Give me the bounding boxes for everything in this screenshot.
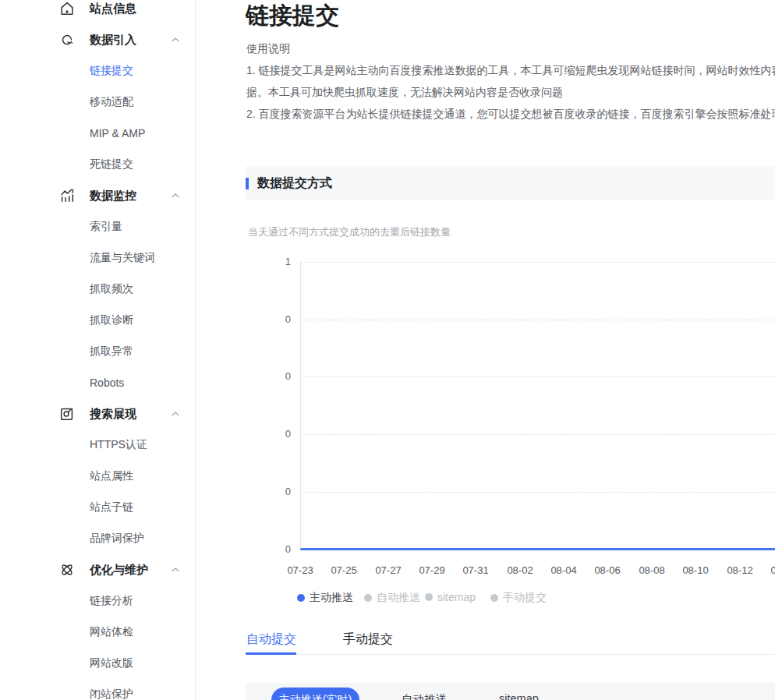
y-axis-line: [300, 262, 301, 550]
sidebar-item-index-volume[interactable]: 索引量: [0, 211, 195, 242]
chevron-up-icon[interactable]: [169, 34, 182, 46]
y-tick-label: 1: [267, 256, 291, 267]
x-tick-label: 07-31: [458, 564, 493, 576]
tab-auto-submit[interactable]: 自动提交: [246, 631, 296, 648]
y-tick-label: 0: [267, 370, 291, 382]
submit-type-panel: 主动推送(实时) 自动推送 sitemap: [246, 683, 775, 700]
sidebar-section-search-display[interactable]: 搜索展现: [0, 398, 195, 430]
sidebar-item-robots[interactable]: Robots: [0, 367, 195, 398]
search-display-icon: [58, 405, 76, 422]
section-accent-bar: [246, 178, 249, 189]
sidebar-item-link-submit[interactable]: 链接提交: [0, 55, 195, 87]
chevron-up-icon[interactable]: [169, 564, 182, 576]
sidebar-item-traffic-keywords[interactable]: 流量与关键词: [0, 242, 195, 274]
gridline: [300, 492, 775, 493]
data-import-icon: [58, 31, 76, 48]
sidebar-section-label: 搜索展现: [90, 407, 136, 422]
x-tick-label: 08-08: [635, 564, 669, 576]
sidebar-section-label: 站点信息: [90, 2, 136, 16]
chart-series-line-active-push: [300, 548, 775, 550]
usage-line-1: 1. 链接提交工具是网站主动向百度搜索推送数据的工具，本工具可缩短爬虫发现网站链…: [246, 64, 775, 78]
atom-icon: [58, 561, 76, 578]
x-tick-label: 07-25: [327, 564, 361, 576]
sidebar: 站点信息 数据引入 链接提交 移动适配 MIP & AMP 死链提交: [0, 0, 196, 700]
x-tick-label: 08-02: [503, 564, 537, 576]
active-push-realtime-button[interactable]: 主动推送(实时): [271, 688, 359, 700]
usage-heading: 使用说明: [246, 42, 290, 56]
gridline: [300, 377, 775, 377]
y-tick-label: 0: [267, 543, 291, 555]
gridline: [300, 320, 775, 320]
x-tick-label: 07-23: [283, 564, 317, 576]
x-tick-label: 07-29: [415, 564, 449, 576]
sidebar-item-site-sublink[interactable]: 站点子链: [0, 492, 195, 523]
legend-item-auto-push[interactable]: 自动推送: [364, 591, 420, 605]
sidebar-section-label: 数据引入: [90, 33, 136, 48]
sidebar-item-crawl-frequency[interactable]: 抓取频次: [0, 274, 195, 305]
usage-line-2: 据。本工具可加快爬虫抓取速度，无法解决网站内容是否收录问题: [246, 86, 563, 100]
gridline: [300, 434, 775, 435]
chart-subtitle: 当天通过不同方式提交成功的去重后链接数量: [248, 225, 451, 239]
sidebar-list: 站点信息 数据引入 链接提交 移动适配 MIP & AMP 死链提交: [0, 0, 195, 700]
sidebar-item-crawl-diagnosis[interactable]: 抓取诊断: [0, 305, 195, 336]
page-title: 链接提交: [246, 0, 339, 32]
sidebar-item-https-cert[interactable]: HTTPS认证: [0, 430, 195, 461]
legend-item-sitemap[interactable]: sitemap: [425, 591, 476, 603]
usage-line-3: 2. 百度搜索资源平台为站长提供链接提交通道，您可以提交想被百度收录的链接，百度…: [246, 108, 775, 122]
y-tick-label: 0: [267, 486, 291, 497]
tabs-divider: [246, 654, 775, 655]
tab-manual-submit[interactable]: 手动提交: [343, 631, 393, 648]
sitemap-option[interactable]: sitemap: [499, 692, 539, 700]
legend-dot: [297, 594, 305, 602]
section-title: 数据提交方式: [257, 175, 332, 192]
x-tick-label: 08-12: [723, 564, 757, 576]
chevron-up-icon[interactable]: [169, 189, 182, 202]
sidebar-item-link-analysis[interactable]: 链接分析: [0, 585, 195, 617]
sidebar-item-dead-link-submit[interactable]: 死链提交: [0, 149, 195, 180]
monitor-chart-icon: [58, 187, 76, 204]
sidebar-item-crawl-exception[interactable]: 抓取异常: [0, 336, 195, 367]
sidebar-item-site-closure[interactable]: 闭站保护: [0, 679, 195, 700]
x-tick-label: 08-04: [547, 564, 581, 576]
sidebar-item-brand-protect[interactable]: 品牌词保护: [0, 523, 195, 554]
sidebar-section-optimize-maintain[interactable]: 优化与维护: [0, 554, 195, 585]
gridline: [300, 262, 775, 263]
legend-item-active-push[interactable]: 主动推送: [297, 591, 353, 605]
chevron-up-icon[interactable]: [169, 408, 182, 420]
sidebar-section-site-info[interactable]: 站点信息: [0, 0, 195, 24]
active-tab-underline: [246, 652, 296, 655]
auto-push-option[interactable]: 自动推送: [402, 692, 447, 700]
sidebar-section-label: 数据监控: [90, 189, 136, 203]
x-tick-label: 08-14: [766, 564, 775, 576]
main-content: 链接提交 使用说明 1. 链接提交工具是网站主动向百度搜索推送数据的工具，本工具…: [246, 0, 775, 700]
sidebar-item-site-revision[interactable]: 网站改版: [0, 648, 195, 679]
section-header-band: 数据提交方式: [246, 166, 775, 200]
sidebar-section-data-monitor[interactable]: 数据监控: [0, 180, 195, 211]
x-tick-label: 08-10: [678, 564, 713, 576]
legend-item-manual-submit[interactable]: 手动提交: [490, 591, 547, 605]
x-tick-label: 08-06: [590, 564, 625, 576]
sidebar-section-data-import[interactable]: 数据引入: [0, 24, 195, 55]
sidebar-item-mobile-adapt[interactable]: 移动适配: [0, 87, 195, 118]
y-tick-label: 0: [267, 428, 291, 440]
legend-dot: [364, 594, 372, 602]
sidebar-section-label: 优化与维护: [90, 563, 148, 578]
legend-dot: [425, 593, 433, 601]
y-tick-label: 0: [267, 313, 291, 325]
legend-dot: [490, 594, 498, 602]
home-icon: [58, 0, 76, 17]
x-tick-label: 07-27: [371, 564, 405, 576]
sidebar-item-site-checkup[interactable]: 网站体检: [0, 617, 195, 648]
sidebar-item-site-property[interactable]: 站点属性: [0, 461, 195, 492]
sidebar-item-mip-amp[interactable]: MIP & AMP: [0, 118, 195, 149]
